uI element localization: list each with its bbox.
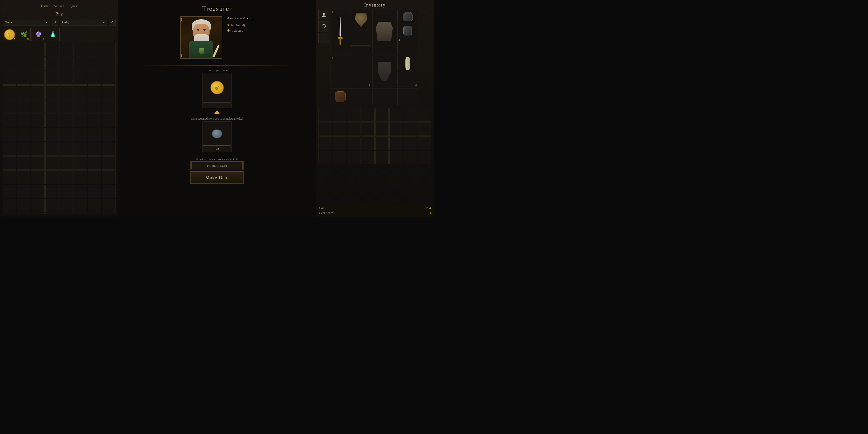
shop-grid-cell[interactable] bbox=[45, 43, 59, 56]
stash-grid-cell[interactable] bbox=[375, 136, 389, 150]
shop-grid-cell[interactable] bbox=[31, 114, 44, 127]
shop-grid-cell[interactable] bbox=[88, 142, 101, 156]
rarity-refresh-btn[interactable]: ↺ bbox=[109, 19, 116, 26]
boots-slot[interactable] bbox=[397, 56, 418, 71]
shop-grid-cell[interactable] bbox=[31, 156, 44, 170]
shop-grid-cell[interactable] bbox=[31, 170, 44, 184]
shop-grid-cell[interactable] bbox=[60, 170, 73, 184]
shop-grid-cell[interactable] bbox=[73, 213, 87, 215]
shop-grid-cell[interactable] bbox=[17, 185, 30, 198]
stash-grid-cell[interactable] bbox=[390, 136, 403, 150]
stash-grid-cell[interactable] bbox=[333, 151, 346, 164]
stash-grid-cell[interactable] bbox=[347, 136, 361, 150]
shop-grid-cell[interactable] bbox=[31, 185, 44, 198]
shop-grid-cell[interactable] bbox=[73, 142, 87, 156]
shop-grid-cell[interactable] bbox=[60, 71, 73, 85]
scroll-slot[interactable]: 3 bbox=[331, 56, 350, 87]
shop-grid-cell[interactable] bbox=[3, 100, 16, 113]
shop-grid-cell[interactable] bbox=[60, 199, 73, 212]
shop-grid-cell[interactable] bbox=[73, 156, 87, 170]
stash-grid-cell[interactable] bbox=[404, 108, 417, 122]
shop-grid-cell[interactable] bbox=[102, 43, 116, 56]
shop-item-1[interactable]: 🌿 10 bbox=[17, 28, 31, 41]
stash-grid-cell[interactable] bbox=[418, 108, 431, 122]
shop-grid-cell[interactable] bbox=[60, 57, 73, 70]
empty-slot-2[interactable] bbox=[351, 46, 371, 55]
equipment-view-btn[interactable] bbox=[318, 21, 329, 32]
shop-grid-cell[interactable] bbox=[102, 142, 116, 156]
shop-grid-cell[interactable] bbox=[3, 213, 16, 215]
gloves-slot[interactable] bbox=[397, 24, 418, 37]
stash-grid-cell[interactable] bbox=[347, 108, 361, 122]
shop-item-2[interactable]: 🔮 0 bbox=[32, 28, 45, 41]
shop-grid-cell[interactable] bbox=[73, 128, 87, 141]
extra-slot-3[interactable] bbox=[372, 88, 396, 105]
shop-grid-cell[interactable] bbox=[102, 213, 116, 215]
stash-grid-cell[interactable] bbox=[318, 151, 332, 164]
shop-grid-cell[interactable] bbox=[3, 128, 16, 141]
shop-grid-cell[interactable] bbox=[31, 199, 44, 212]
shop-grid-cell[interactable] bbox=[60, 142, 73, 156]
shop-grid-cell[interactable] bbox=[88, 199, 101, 212]
shop-grid-cell[interactable] bbox=[73, 185, 87, 198]
shop-grid-cell[interactable] bbox=[31, 213, 44, 215]
shop-grid-cell[interactable] bbox=[45, 142, 59, 156]
shop-grid-cell[interactable] bbox=[102, 170, 116, 184]
stash-grid-cell[interactable] bbox=[390, 151, 403, 164]
stash-grid-cell[interactable] bbox=[418, 122, 431, 136]
stash-grid-cell[interactable] bbox=[390, 122, 403, 136]
character-view-btn[interactable] bbox=[318, 10, 329, 20]
shop-grid-cell[interactable] bbox=[88, 185, 101, 198]
amulet-slot[interactable]: 2 bbox=[397, 72, 418, 87]
shop-grid-cell[interactable] bbox=[88, 128, 101, 141]
extra-slot-4[interactable] bbox=[397, 88, 418, 105]
shop-grid-cell[interactable] bbox=[60, 213, 73, 215]
stash-grid-cell[interactable] bbox=[333, 122, 346, 136]
shop-grid-cell[interactable] bbox=[3, 114, 16, 127]
tab-service[interactable]: Service bbox=[53, 4, 66, 9]
stash-grid-cell[interactable] bbox=[418, 151, 431, 164]
shop-grid-cell[interactable] bbox=[73, 199, 87, 212]
shop-grid-cell[interactable] bbox=[31, 128, 44, 141]
shop-grid-cell[interactable] bbox=[17, 71, 30, 85]
shop-grid-cell[interactable] bbox=[3, 142, 16, 156]
shop-grid-cell[interactable] bbox=[17, 128, 30, 141]
shop-grid-cell[interactable] bbox=[3, 71, 16, 85]
shop-grid-cell[interactable] bbox=[45, 114, 59, 127]
item-purchase-slot[interactable]: ◎ bbox=[203, 73, 231, 102]
shop-grid-cell[interactable] bbox=[17, 170, 30, 184]
shop-item-3[interactable]: 🧴 bbox=[46, 28, 60, 41]
tab-trade[interactable]: Trade bbox=[39, 4, 50, 9]
weapon-slot[interactable]: 1 bbox=[331, 10, 350, 53]
empty-slot-1[interactable] bbox=[351, 31, 371, 45]
shop-grid-cell[interactable] bbox=[102, 85, 116, 99]
shop-grid-cell[interactable] bbox=[45, 213, 59, 215]
shop-grid-cell[interactable] bbox=[88, 85, 101, 99]
item-required-slot[interactable]: ✓ bbox=[203, 122, 231, 146]
shop-grid-cell[interactable] bbox=[3, 199, 16, 212]
stash-grid-cell[interactable] bbox=[347, 151, 361, 164]
shop-grid-cell[interactable] bbox=[31, 142, 44, 156]
stash-grid-cell[interactable] bbox=[404, 151, 417, 164]
shop-grid-cell[interactable] bbox=[31, 71, 44, 85]
stash-grid-cell[interactable] bbox=[361, 108, 375, 122]
stash-grid-cell[interactable] bbox=[333, 136, 346, 150]
name-filter[interactable]: Name ▼ bbox=[3, 19, 50, 26]
shop-grid-cell[interactable] bbox=[102, 185, 116, 198]
stash-grid-cell[interactable] bbox=[333, 108, 346, 122]
shop-grid-cell[interactable] bbox=[60, 85, 73, 99]
shop-grid-cell[interactable] bbox=[3, 43, 16, 56]
shop-grid-cell[interactable] bbox=[31, 85, 44, 99]
stash-grid-cell[interactable] bbox=[361, 136, 375, 150]
make-deal-button[interactable]: Make Deal bbox=[190, 172, 244, 184]
stash-grid-cell[interactable] bbox=[318, 122, 332, 136]
shop-grid-cell[interactable] bbox=[17, 57, 30, 70]
shop-grid-cell[interactable] bbox=[73, 100, 87, 113]
shop-grid-cell[interactable] bbox=[17, 199, 30, 212]
shop-grid-cell[interactable] bbox=[31, 43, 44, 56]
shop-grid-cell[interactable] bbox=[3, 185, 16, 198]
fill-stash-button[interactable]: Fill In All Stash bbox=[190, 161, 244, 170]
shop-grid-cell[interactable] bbox=[102, 71, 116, 85]
shop-grid-cell[interactable] bbox=[45, 100, 59, 113]
shop-grid-cell[interactable] bbox=[88, 114, 101, 127]
